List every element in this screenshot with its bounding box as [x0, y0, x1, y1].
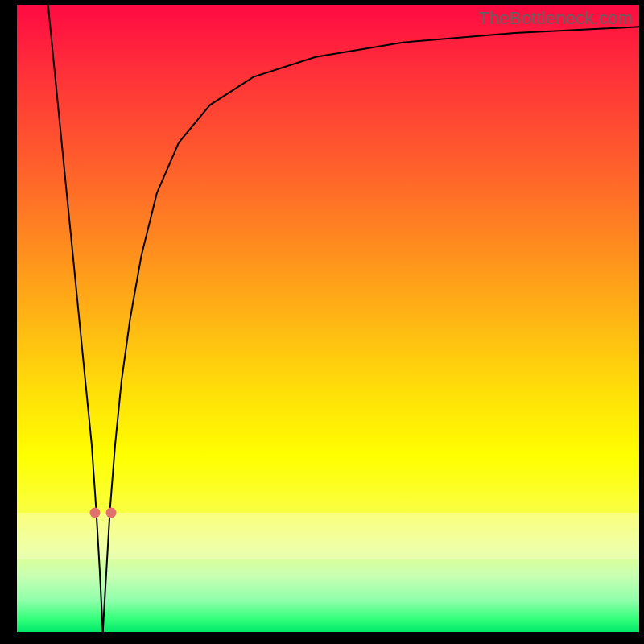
bottleneck-curve: [17, 5, 639, 632]
plot-area: TheBottleneck.com: [17, 5, 639, 632]
chart-frame: TheBottleneck.com: [0, 0, 644, 644]
data-point-left: [90, 507, 101, 518]
data-point-right: [106, 507, 117, 518]
